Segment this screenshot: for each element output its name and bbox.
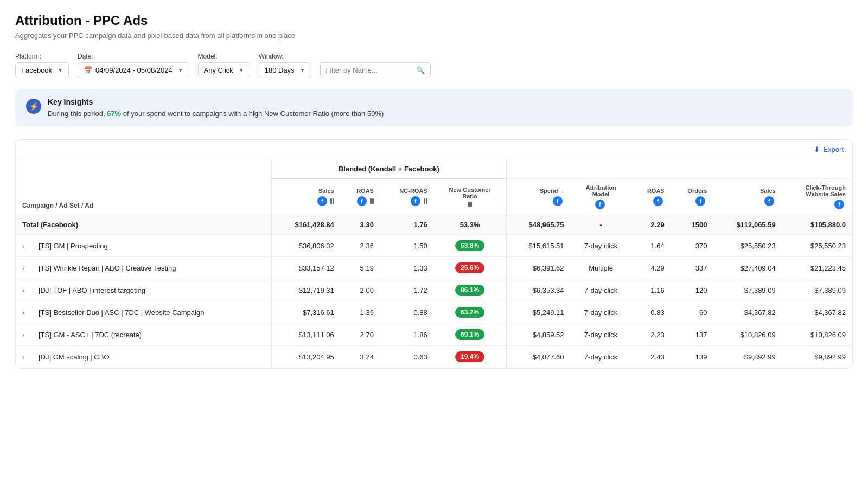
model-chevron-icon: ▼ <box>239 67 244 73</box>
th-click-through: Click-ThroughWebsite Sales f <box>782 179 852 215</box>
date-select[interactable]: 📅 04/09/2024 - 05/08/2024 ▼ <box>78 62 189 78</box>
window-chevron-icon: ▼ <box>300 67 305 73</box>
nc-ratio-badge: 25.6% <box>455 262 484 273</box>
sort-arrow-spend: ↓ <box>561 188 564 194</box>
roas-fb-cell: 1.64 <box>631 235 671 257</box>
fb-icon-click-through: f <box>834 200 844 209</box>
fb-icon-orders: f <box>695 196 705 206</box>
facebook-group-header <box>506 159 852 179</box>
click-through-cell: $21,223.45 <box>782 257 852 279</box>
date-filter-group: Date: 📅 04/09/2024 - 05/08/2024 ▼ <box>78 53 189 78</box>
roas-blended-cell: 1.39 <box>341 301 380 324</box>
click-through-cell: $4,367.82 <box>782 301 852 324</box>
nc-roas-cell: 1.76 <box>380 215 434 235</box>
model-value: Any Click <box>204 66 233 74</box>
model-label: Model: <box>198 53 250 60</box>
search-input[interactable] <box>326 66 413 74</box>
th-sales-blended: Sales f <box>272 179 341 215</box>
search-box[interactable]: 🔍 <box>320 62 431 78</box>
roas-blended-cell: 3.24 <box>341 346 380 368</box>
table-row: › [TS] Wrinkle Repair | ABO | Creative T… <box>16 257 852 279</box>
roas-blended-cell: 2.36 <box>341 235 380 257</box>
roas-fb-cell: 1.16 <box>631 279 671 301</box>
expand-icon[interactable]: › <box>22 353 35 361</box>
campaign-col-header: Campaign / Ad Set / Ad <box>16 159 272 215</box>
sales-fb-cell: $25,550.23 <box>713 235 782 257</box>
click-through-cell: $105,880.0 <box>782 215 852 235</box>
platform-value: Facebook <box>21 66 52 74</box>
page-container: Attribution - PPC Ads Aggregates your PP… <box>0 0 868 488</box>
orders-cell: 137 <box>671 324 714 346</box>
sales-fb-cell: $4,367.82 <box>713 301 782 324</box>
roas-blended-cell: 2.00 <box>341 279 380 301</box>
model-filter-group: Model: Any Click ▼ <box>198 53 250 78</box>
spend-cell: $48,965.75 <box>506 215 570 235</box>
attribution-model-cell: 7-day click <box>571 279 631 301</box>
sales-blended-cell: $7,316.61 <box>272 301 341 324</box>
platform-label: Platform: <box>15 53 69 60</box>
expand-icon[interactable]: › <box>22 264 35 272</box>
table-row: › [TS] GM | Prospecting $36,806.32 2.36 … <box>16 235 852 257</box>
window-value: 180 Days <box>265 66 295 74</box>
expand-icon[interactable]: › <box>22 331 35 339</box>
orders-cell: 60 <box>671 301 714 324</box>
main-table: Campaign / Ad Set / Ad Blended (Kendall … <box>16 159 852 368</box>
campaign-name: Total (Facebook) <box>22 221 78 229</box>
window-label: Window: <box>259 53 311 60</box>
nc-roas-cell: 1.33 <box>380 257 434 279</box>
expand-icon[interactable]: › <box>22 242 35 250</box>
export-icon: ⬇ <box>814 145 820 153</box>
orders-cell: 337 <box>671 257 714 279</box>
spend-cell: $4,859.52 <box>506 324 570 346</box>
date-chevron-icon: ▼ <box>178 67 183 73</box>
nc-ratio-badge: 86.1% <box>455 285 484 296</box>
platform-chevron-icon: ▼ <box>58 67 63 73</box>
insights-highlight: 67% <box>107 110 121 118</box>
roas-fb-cell: 2.43 <box>631 346 671 368</box>
expand-icon[interactable]: › <box>22 309 35 317</box>
expand-icon[interactable]: › <box>22 286 35 294</box>
platform-select[interactable]: Facebook ▼ <box>15 62 69 78</box>
spend-cell: $6,391.62 <box>506 257 570 279</box>
nc-ratio-cell: 63.2% <box>434 301 507 324</box>
nc-roas-cell: 0.63 <box>380 346 434 368</box>
date-label: Date: <box>78 53 189 60</box>
export-button[interactable]: ⬇ Export <box>814 145 844 153</box>
roas-fb-cell: 2.23 <box>631 324 671 346</box>
fb-icon-roas-fb: f <box>653 196 663 206</box>
campaign-name: [TS] Bestseller Duo | ASC | 7DC | Websit… <box>39 309 204 317</box>
window-select[interactable]: 180 Days ▼ <box>259 62 311 78</box>
orders-cell: 139 <box>671 346 714 368</box>
insights-content: Key Insights During this period, 67% of … <box>48 98 384 118</box>
th-sales-fb: Sales f <box>713 179 782 215</box>
click-through-cell: $10,826.09 <box>782 324 852 346</box>
roas-blended-cell: 3.30 <box>341 215 380 235</box>
filters-row: Platform: Facebook ▼ Date: 📅 04/09/2024 … <box>15 53 853 78</box>
sales-blended-cell: $161,428.84 <box>272 215 341 235</box>
campaign-cell: Total (Facebook) <box>16 215 272 235</box>
table-row: › [DJ] TOF | ABO | interest targeting $1… <box>16 279 852 301</box>
sales-blended-cell: $13,111.06 <box>272 324 341 346</box>
spend-cell: $5,249.11 <box>506 301 570 324</box>
campaign-name: [DJ] TOF | ABO | interest targeting <box>39 286 145 294</box>
th-nc-ratio: New CustomerRatio <box>434 179 507 215</box>
campaign-cell: › [DJ] TOF | ABO | interest targeting <box>16 279 272 301</box>
insights-icon: ⚡ <box>26 99 41 114</box>
data-table-section: ⬇ Export Campaign / Ad Set / Ad Blended … <box>15 139 853 369</box>
platform-filter-group: Platform: Facebook ▼ <box>15 53 69 78</box>
campaign-cell: › [DJ] GM scaling | CBO <box>16 346 272 368</box>
nc-ratio-cell: 53.3% <box>434 215 507 235</box>
export-label: Export <box>823 145 844 153</box>
table-row: › [TS] Bestseller Duo | ASC | 7DC | Webs… <box>16 301 852 324</box>
model-select[interactable]: Any Click ▼ <box>198 62 250 78</box>
attribution-model-cell: - <box>571 215 631 235</box>
sales-blended-cell: $36,806.32 <box>272 235 341 257</box>
table-row: Total (Facebook) $161,428.84 3.30 1.76 5… <box>16 215 852 235</box>
campaign-name: [TS] Wrinkle Repair | ABO | Creative Tes… <box>39 264 176 272</box>
group-header-row: Campaign / Ad Set / Ad Blended (Kendall … <box>16 159 852 179</box>
spend-cell: $15,615.51 <box>506 235 570 257</box>
sales-fb-cell: $10,826.09 <box>713 324 782 346</box>
pause-icon-nc-roas <box>424 198 427 204</box>
page-title: Attribution - PPC Ads <box>15 13 853 28</box>
attribution-model-cell: 7-day click <box>571 235 631 257</box>
